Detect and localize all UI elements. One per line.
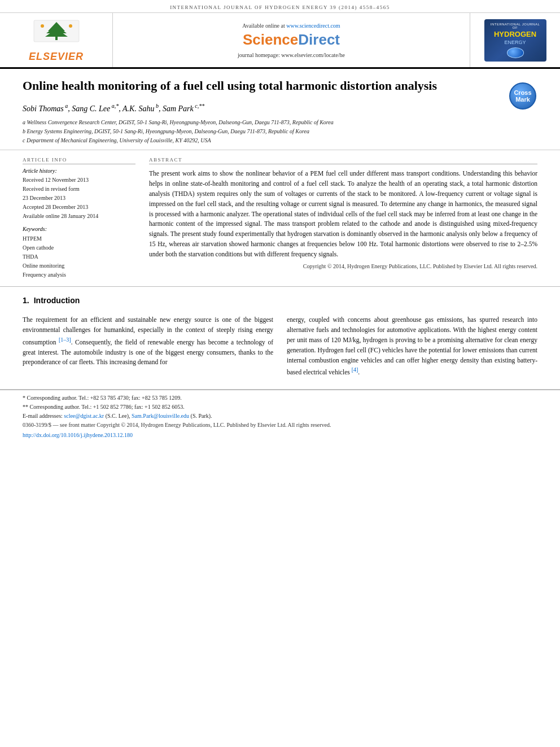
abstract-text: The present work aims to show the nonlin… xyxy=(149,169,537,259)
globe-icon xyxy=(507,47,524,58)
received-revised-date: 23 December 2013 xyxy=(23,194,135,202)
hydrogen-intl-text: International Journal of xyxy=(488,23,543,29)
intro-right-text: energy, coupled with concerns about gree… xyxy=(287,315,537,378)
received-revised-label: Received in revised form xyxy=(23,185,135,193)
author-4: Sam Park xyxy=(163,104,194,113)
email-label: E-mail addresses: xyxy=(23,413,63,419)
received-date: Received 12 November 2013 xyxy=(23,176,135,184)
hydrogen-energy-text: ENERGY xyxy=(504,40,526,45)
elsevier-tree-icon xyxy=(28,18,85,49)
email-2-link[interactable]: Sam.Park@louisville.edu xyxy=(132,413,189,419)
author-1: Sobi Thomas xyxy=(23,104,64,113)
sciencedirect-block: Available online at www.sciencedirect.co… xyxy=(113,13,470,67)
ref-1-3[interactable]: [1–3] xyxy=(59,337,71,343)
article-info-column: ARTICLE INFO Article history: Received 1… xyxy=(23,157,135,279)
author-2: Sang C. Lee xyxy=(72,104,110,113)
hydrogen-journal-logo: International Journal of HYDROGEN ENERGY xyxy=(470,13,560,67)
accepted-date: Accepted 28 December 2013 xyxy=(23,203,135,211)
footnote-corresponding-2: ** Corresponding author. Tel.: +1 502 85… xyxy=(23,403,537,412)
introduction-section: 1. Introduction The requirement for an e… xyxy=(0,287,560,390)
main-content: ARTICLE INFO Article history: Received 1… xyxy=(0,150,560,287)
article-info-header: ARTICLE INFO xyxy=(23,157,135,164)
intro-left-text: The requirement for an efficient and sus… xyxy=(23,315,273,368)
section-title: Introduction xyxy=(34,296,80,305)
crossmark-badge[interactable]: CrossMark xyxy=(509,82,537,111)
article-main-title: Online health monitoring of a fuel cell … xyxy=(23,78,500,94)
email-2-owner: (S. Park). xyxy=(191,413,212,419)
affiliation-b: b Energy Systems Engineering, DGIST, 50-… xyxy=(23,127,500,136)
article-title-block: Online health monitoring of a fuel cell … xyxy=(23,78,500,145)
email-1-owner: (S.C. Lee), xyxy=(106,413,130,419)
svg-point-5 xyxy=(41,24,44,28)
footnotes-section: * Corresponding author. Tel.: +82 53 785… xyxy=(0,390,560,444)
affiliations-block: a Wellness Convergence Research Center, … xyxy=(23,118,500,145)
abstract-copyright: Copyright © 2014, Hydrogen Energy Public… xyxy=(149,263,537,269)
footnote-corresponding-1: * Corresponding author. Tel.: +82 53 785… xyxy=(23,394,537,403)
elsevier-brand-text: ELSEVIER xyxy=(29,51,84,63)
footer-doi[interactable]: http://dx.doi.org/10.1016/j.ijhydene.201… xyxy=(23,431,537,440)
journal-header: INTERNATIONAL JOURNAL OF HYDROGEN ENERGY… xyxy=(0,0,560,13)
authors-line: Sobi Thomas a, Sang C. Lee a,*, A.K. Sah… xyxy=(23,103,500,114)
available-online-date: Available online 28 January 2014 xyxy=(23,212,135,220)
keywords-label: Keywords: xyxy=(23,226,135,232)
intro-two-col: The requirement for an efficient and sus… xyxy=(23,315,537,382)
doi-link[interactable]: http://dx.doi.org/10.1016/j.ijhydene.201… xyxy=(23,432,133,438)
journal-homepage: journal homepage: www.elsevier.com/locat… xyxy=(238,52,345,58)
keyword-2: Open cathode xyxy=(23,243,135,252)
keyword-1: HTPEM xyxy=(23,234,135,243)
footnote-emails: E-mail addresses: sclee@dgist.ac.kr (S.C… xyxy=(23,412,537,421)
hydrogen-title-text: HYDROGEN xyxy=(494,30,536,38)
abstract-column: ABSTRACT The present work aims to show t… xyxy=(149,157,537,279)
keyword-5: Frequency analysis xyxy=(23,270,135,279)
journal-title: INTERNATIONAL JOURNAL OF HYDROGEN ENERGY… xyxy=(170,5,390,10)
affiliation-c: c Department of Mechanical Engineering, … xyxy=(23,136,500,145)
svg-point-6 xyxy=(69,24,72,28)
intro-right-col: energy, coupled with concerns about gree… xyxy=(287,315,537,382)
keywords-section: Keywords: HTPEM Open cathode THDA Online… xyxy=(23,226,135,279)
author-3: A.K. Sahu xyxy=(123,104,154,113)
two-column-layout: ARTICLE INFO Article history: Received 1… xyxy=(23,157,537,279)
article-history-label: Article history: xyxy=(23,168,135,174)
email-1-link[interactable]: sclee@dgist.ac.kr xyxy=(64,413,104,419)
sciencedirect-url[interactable]: www.sciencedirect.com xyxy=(286,23,340,29)
available-online-text: Available online at www.sciencedirect.co… xyxy=(242,23,340,29)
keyword-4: Online monitoring xyxy=(23,261,135,270)
intro-left-col: The requirement for an efficient and sus… xyxy=(23,315,273,382)
section-number: 1. xyxy=(23,296,29,305)
keyword-3: THDA xyxy=(23,252,135,261)
elsevier-logo-block: ELSEVIER xyxy=(0,13,113,67)
publisher-bar: ELSEVIER Available online at www.science… xyxy=(0,13,560,69)
abstract-header: ABSTRACT xyxy=(149,157,537,164)
affiliation-a: a Wellness Convergence Research Center, … xyxy=(23,118,500,127)
article-title-section: Online health monitoring of a fuel cell … xyxy=(0,69,560,150)
ref-4[interactable]: [4] xyxy=(352,366,358,373)
sciencedirect-logo: ScienceDirect xyxy=(243,31,340,49)
footer-issn: 0360-3199/$ — see front matter Copyright… xyxy=(23,421,537,430)
